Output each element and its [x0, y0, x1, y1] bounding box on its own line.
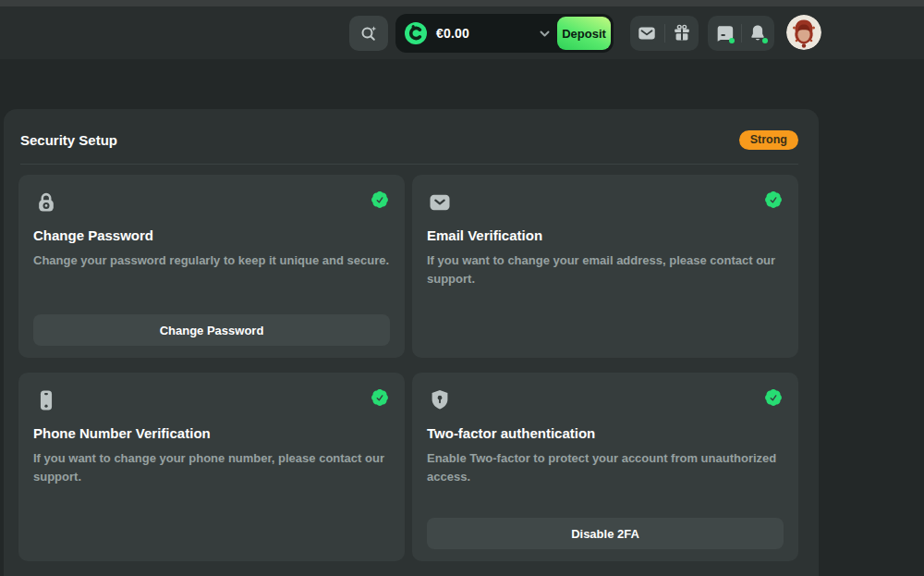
- card-description: Change your password regularly to keep i…: [33, 251, 390, 270]
- wallet-balance: €0.00: [436, 14, 469, 53]
- verified-check-badge: [763, 190, 784, 210]
- top-strip: [0, 0, 924, 6]
- phone-icon: [33, 387, 59, 413]
- divider: [664, 24, 665, 43]
- top-bar: €0.00 Deposit: [0, 6, 924, 59]
- card-title: Change Password: [33, 227, 390, 243]
- card-description: Enable Two-factor to protect your accoun…: [427, 449, 784, 486]
- currency-selector[interactable]: €0.00 Deposit: [395, 14, 614, 53]
- avatar[interactable]: [786, 15, 821, 50]
- chat-bell-group: [708, 16, 774, 51]
- security-cards-grid: Change Password Change your password reg…: [4, 165, 819, 576]
- card-description: If you want to change your phone number,…: [33, 449, 390, 486]
- card-email-verification: Email Verification If you want to change…: [412, 175, 798, 358]
- search-sparkle-icon: [359, 23, 379, 43]
- card-description: If you want to change your email address…: [427, 251, 784, 288]
- verified-check-badge: [370, 190, 390, 210]
- page-title: Security Setup: [20, 132, 117, 148]
- change-password-button[interactable]: Change Password: [33, 314, 390, 346]
- envelope-icon: [427, 190, 453, 215]
- search-button[interactable]: [349, 16, 388, 51]
- deposit-button[interactable]: Deposit: [557, 17, 611, 50]
- mail-gift-group: [630, 16, 699, 51]
- coin-icon: [404, 21, 428, 45]
- bell-icon[interactable]: [748, 23, 768, 43]
- chat-status-dot: [729, 38, 735, 43]
- card-two-factor: Two-factor authentication Enable Two-fac…: [412, 373, 798, 561]
- card-title: Phone Number Verification: [33, 425, 390, 441]
- card-title: Two-factor authentication: [427, 425, 784, 441]
- card-phone-verification: Phone Number Verification If you want to…: [18, 373, 405, 561]
- security-strength-badge: Strong: [739, 130, 798, 150]
- disable-2fa-button[interactable]: Disable 2FA: [427, 518, 784, 549]
- security-setup-panel: Security Setup Strong: [4, 109, 819, 576]
- divider: [741, 24, 742, 43]
- chat-icon[interactable]: [714, 23, 735, 43]
- gift-icon[interactable]: [672, 23, 692, 43]
- envelope-icon[interactable]: [637, 23, 657, 43]
- lock-icon: [33, 190, 59, 215]
- panel-header: Security Setup Strong: [4, 109, 819, 164]
- shield-icon: [427, 387, 453, 413]
- card-title: Email Verification: [427, 227, 784, 243]
- verified-check-badge: [763, 387, 784, 408]
- chevron-down-icon: [539, 28, 551, 40]
- verified-check-badge: [370, 387, 390, 408]
- card-change-password: Change Password Change your password reg…: [18, 175, 405, 358]
